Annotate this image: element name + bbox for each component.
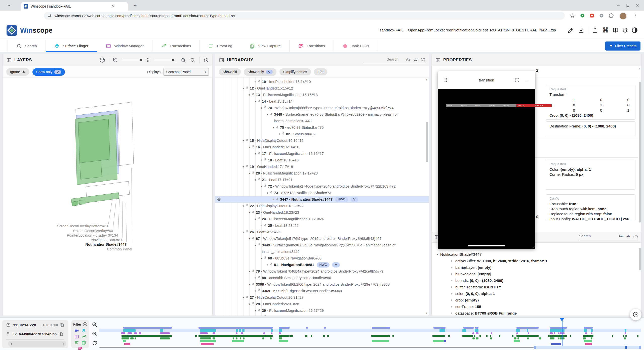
timeline-segment-transactions[interactable] <box>612 335 613 337</box>
copy-icon[interactable] <box>59 332 63 336</box>
tree-row-30[interactable]: 30 - Leaf:26:27#30 <box>215 314 429 316</box>
tree-row-3369[interactable]: 3369 - 67726bf EdgeBackGestureHandler0#3… <box>215 288 429 294</box>
timeline-segment-window-manager[interactable] <box>472 332 474 334</box>
pin-icon[interactable] <box>251 269 256 273</box>
timeline-segment-transactions[interactable] <box>479 335 481 337</box>
pin-icon[interactable] <box>245 295 250 299</box>
expand-arrow-icon[interactable]: ▾ <box>271 124 275 131</box>
timeline-segment-ime[interactable] <box>123 340 126 342</box>
pin-icon[interactable] <box>281 132 286 136</box>
layers-3d-view[interactable]: ScreenDecorOverlayBottom#61ScreenDecorOv… <box>3 77 212 316</box>
bookmark-star-icon[interactable] <box>569 12 576 19</box>
tree-row-18[interactable]: 18 - Leaf:16:16#18 <box>215 157 429 163</box>
hierarchy-scrollbar[interactable] <box>426 122 428 162</box>
tree-row-19[interactable]: ▾19 - OneHanded:17:17#19 <box>215 163 429 170</box>
pin-icon[interactable] <box>269 191 274 194</box>
hierarchy-search-input[interactable]: Search <box>386 57 398 61</box>
expand-arrow-icon[interactable]: ▾ <box>241 137 245 144</box>
timeline-segment-surface-flinger[interactable] <box>550 329 565 332</box>
property-item-bounds[interactable]: bounds: (0, 0) - (1080, 2400) <box>451 277 503 284</box>
expand-arrow-icon[interactable]: ▾ <box>247 144 251 150</box>
timeline-segment-protolog[interactable] <box>200 337 211 339</box>
edit-title-icon[interactable] <box>567 26 574 34</box>
property-item-activeBuffer[interactable]: activeBuffer: w: 1080, h: 2400, stride: … <box>451 258 547 264</box>
tab-transitions[interactable]: Transitions <box>290 40 334 52</box>
tab-search-chevron-icon[interactable] <box>6 2 12 8</box>
expand-arrow-icon[interactable]: ▾ <box>241 163 245 170</box>
chip-show-diff[interactable]: Show diff <box>219 68 241 75</box>
window-close-button[interactable] <box>634 2 641 8</box>
timeline-segment-transactions[interactable] <box>448 335 450 337</box>
timeline-segment-window-manager[interactable] <box>271 332 272 334</box>
layer-rect[interactable] <box>79 200 85 205</box>
timeline-segment-protolog[interactable] <box>236 337 237 339</box>
timeline-segment-transactions[interactable] <box>549 335 567 337</box>
expand-arrow-icon[interactable]: ▾ <box>241 203 245 209</box>
tree-row-24[interactable]: ▾24 - FullscreenMagnification:18:23#24 <box>215 216 429 222</box>
timeline-segment-window-manager[interactable] <box>160 332 170 334</box>
shortcuts-icon[interactable]: ⌘ <box>602 26 609 34</box>
timeline-segment-window-manager[interactable] <box>279 332 281 334</box>
tree-row-17[interactable]: ▾17 - FullscreenMagnification:16:16#17 <box>215 150 429 157</box>
info-icon[interactable] <box>514 77 520 83</box>
filter-trace-trend[interactable] <box>81 334 86 339</box>
timeline-segment-transactions[interactable] <box>512 335 513 337</box>
tree-row-20[interactable]: ▾20 - FullscreenMagnification:17:17#20 <box>215 170 429 177</box>
pin-icon[interactable] <box>245 204 250 207</box>
timeline-segment-surface-flinger[interactable] <box>462 329 466 332</box>
properties-search-input[interactable]: Search <box>579 234 591 238</box>
timeline-segment-transactions[interactable] <box>198 335 273 337</box>
timeline-segment-ime[interactable] <box>232 340 244 342</box>
expand-arrow-icon[interactable]: ▾ <box>259 255 263 261</box>
drag-handle[interactable] <box>443 77 449 83</box>
timeline-segment-surface-flinger[interactable] <box>591 329 593 332</box>
expand-arrow-icon[interactable]: ▾ <box>247 268 251 275</box>
expand-arrow-icon[interactable]: ▾ <box>253 307 257 314</box>
tree-row-13[interactable]: ▾13 - FullscreenMagnification:15:15#13 <box>215 92 429 98</box>
new-tab-button[interactable]: + <box>132 2 138 9</box>
pin-icon[interactable] <box>257 217 262 221</box>
expand-arrow-icon[interactable]: ▾ <box>247 92 251 98</box>
range-track[interactable] <box>99 347 534 348</box>
resize-handle-icon[interactable] <box>531 244 535 248</box>
timeline-segment-protolog[interactable] <box>279 337 282 339</box>
timeline-segment-protolog[interactable] <box>517 337 519 339</box>
timeline-segment-protolog[interactable] <box>624 337 626 339</box>
tree-row-81[interactable]: 81 - NavigationBar0#81HWCV <box>215 261 429 268</box>
timeline-segment-window-manager[interactable] <box>134 332 137 334</box>
pin-icon[interactable] <box>251 302 256 305</box>
timeline-segment-transactions[interactable] <box>432 335 445 337</box>
timeline-segment-window-manager[interactable] <box>263 332 265 334</box>
transition-overlay-card[interactable]: transition _ P: 0/1dX: 0.0dY: 0.0Xv: 0.0… <box>438 71 535 249</box>
timeline-segment-protolog[interactable] <box>527 337 529 339</box>
properties-scrollbar[interactable] <box>639 82 641 223</box>
address-bar[interactable]: winscope.teams.x20web.corp.google.com/pr… <box>44 12 565 20</box>
tree-row-21[interactable]: ▾21 - Leaf:17:17#21 <box>215 177 429 183</box>
timeline-segment-screen-recording[interactable] <box>279 327 290 329</box>
timeline-segment-surface-flinger[interactable] <box>527 329 528 332</box>
extension-icon-2[interactable] <box>589 12 595 19</box>
filter-trace-lines[interactable] <box>74 340 79 345</box>
pin-icon[interactable] <box>257 80 262 83</box>
timeline-segment-window-manager[interactable] <box>121 332 125 334</box>
timeline-segment-transactions[interactable] <box>305 335 307 337</box>
chip-show-only[interactable]: Show onlyV <box>244 68 276 76</box>
timeline-segment-surface-flinger[interactable] <box>625 329 626 332</box>
expand-arrow-icon[interactable]: ▾ <box>265 111 269 118</box>
ns-time-field[interactable]: 1715339054227572545 ns <box>6 332 63 336</box>
timeline-segment-view-capture-marker[interactable] <box>444 340 446 342</box>
timeline-segment-transactions[interactable] <box>583 335 593 337</box>
pin-icon[interactable] <box>263 106 268 109</box>
timeline-segment-transactions[interactable] <box>486 335 487 337</box>
timeline-segment-transactions[interactable] <box>623 335 624 337</box>
timeline-segment-transactions[interactable] <box>311 335 312 337</box>
rotation-slider[interactable] <box>122 60 141 60</box>
scroll-up-icon[interactable]: ▲ <box>638 67 640 70</box>
timeline-segment-transitions[interactable] <box>124 343 130 345</box>
timeline-segment-screen-recording[interactable] <box>306 327 308 329</box>
reset-view-icon[interactable] <box>203 57 209 63</box>
copy-icon[interactable] <box>60 323 64 327</box>
scroll-up-icon[interactable]: ▲ <box>425 78 428 81</box>
property-item-color[interactable]: color: (0, 0, 0), alpha: 1 <box>451 290 495 297</box>
timeline-segment-transactions[interactable] <box>637 335 638 337</box>
